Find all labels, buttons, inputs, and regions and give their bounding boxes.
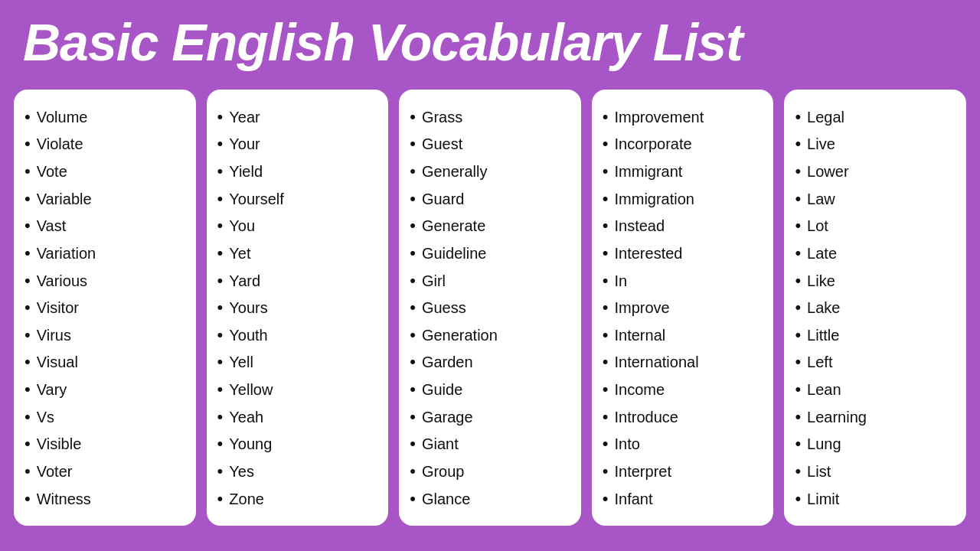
list-item: Year	[217, 103, 375, 131]
list-item: List	[795, 458, 952, 485]
list-item: Yourself	[217, 185, 375, 213]
list-item: Voter	[24, 458, 182, 485]
list-item: Infant	[603, 485, 760, 513]
list-item: Group	[410, 458, 567, 485]
list-item: Girl	[410, 267, 567, 295]
word-list-5: LegalLiveLowerLawLotLateLikeLakeLittleLe…	[795, 103, 952, 512]
word-list-4: ImprovementIncorporateImmigrantImmigrati…	[603, 103, 760, 512]
list-item: Garage	[410, 403, 567, 431]
list-item: Into	[603, 430, 760, 458]
list-item: Virus	[24, 321, 182, 349]
list-item: Generation	[410, 321, 567, 349]
list-item: Variable	[24, 185, 182, 213]
list-item: You	[217, 212, 375, 240]
list-item: Yellow	[217, 376, 375, 403]
list-item: Yes	[217, 458, 375, 485]
list-item: Immigration	[603, 185, 760, 213]
list-item: Variation	[24, 240, 182, 267]
list-item: Interested	[603, 240, 760, 267]
list-item: Visitor	[24, 294, 182, 321]
list-item: Visual	[24, 348, 182, 376]
list-item: Interpret	[603, 458, 760, 485]
page-title: Basic English Vocabulary List	[23, 14, 957, 71]
list-item: Like	[795, 267, 952, 295]
list-item: Income	[603, 376, 760, 403]
list-item: Glance	[410, 485, 567, 513]
list-item: Introduce	[603, 403, 760, 431]
list-item: Your	[217, 130, 375, 158]
list-item: Zone	[217, 485, 375, 513]
page-wrapper: Basic English Vocabulary List VolumeViol…	[0, 0, 980, 533]
list-item: Young	[217, 430, 375, 458]
list-item: Visible	[24, 430, 182, 458]
list-item: Violate	[24, 130, 182, 158]
list-item: Law	[795, 185, 952, 213]
list-item: Volume	[24, 103, 182, 131]
list-item: Internal	[603, 321, 760, 349]
list-item: Improvement	[603, 103, 760, 131]
list-item: Vs	[24, 403, 182, 431]
list-item: Guest	[410, 130, 567, 158]
list-item: Yours	[217, 294, 375, 321]
list-item: Witness	[24, 485, 182, 513]
list-item: Legal	[795, 103, 952, 131]
list-item: Limit	[795, 485, 952, 513]
list-item: Little	[795, 321, 952, 349]
column-card-3: GrassGuestGenerallyGuardGenerateGuidelin…	[399, 90, 581, 526]
list-item: Garden	[410, 348, 567, 376]
list-item: Lung	[795, 430, 952, 458]
list-item: Lower	[795, 158, 952, 185]
word-list-1: VolumeViolateVoteVariableVastVariationVa…	[24, 103, 182, 512]
list-item: Left	[795, 348, 952, 376]
list-item: Various	[24, 267, 182, 295]
column-card-2: YearYourYieldYourselfYouYetYardYoursYout…	[207, 90, 389, 526]
list-item: Generally	[410, 158, 567, 185]
list-item: Immigrant	[603, 158, 760, 185]
list-item: Live	[795, 130, 952, 158]
list-item: Yard	[217, 267, 375, 295]
list-item: Generate	[410, 212, 567, 240]
list-item: Guide	[410, 376, 567, 403]
list-item: Instead	[603, 212, 760, 240]
page-header: Basic English Vocabulary List	[0, 0, 980, 82]
list-item: Guideline	[410, 240, 567, 267]
column-card-4: ImprovementIncorporateImmigrantImmigrati…	[592, 90, 774, 526]
list-item: Vary	[24, 376, 182, 403]
list-item: Yet	[217, 240, 375, 267]
list-item: In	[603, 267, 760, 295]
word-list-3: GrassGuestGenerallyGuardGenerateGuidelin…	[410, 103, 567, 512]
list-item: Learning	[795, 403, 952, 431]
list-item: Guess	[410, 294, 567, 321]
list-item: Lot	[795, 212, 952, 240]
word-list-2: YearYourYieldYourselfYouYetYardYoursYout…	[217, 103, 375, 512]
list-item: Yield	[217, 158, 375, 185]
list-item: Late	[795, 240, 952, 267]
list-item: Vast	[24, 212, 182, 240]
list-item: International	[603, 348, 760, 376]
list-item: Yeah	[217, 403, 375, 431]
column-card-1: VolumeViolateVoteVariableVastVariationVa…	[14, 90, 196, 526]
list-item: Improve	[603, 294, 760, 321]
columns-container: VolumeViolateVoteVariableVastVariationVa…	[0, 82, 980, 533]
list-item: Incorporate	[603, 130, 760, 158]
list-item: Yell	[217, 348, 375, 376]
list-item: Guard	[410, 185, 567, 213]
list-item: Lean	[795, 376, 952, 403]
list-item: Youth	[217, 321, 375, 349]
list-item: Lake	[795, 294, 952, 321]
list-item: Giant	[410, 430, 567, 458]
list-item: Grass	[410, 103, 567, 131]
list-item: Vote	[24, 158, 182, 185]
column-card-5: LegalLiveLowerLawLotLateLikeLakeLittleLe…	[784, 90, 966, 526]
